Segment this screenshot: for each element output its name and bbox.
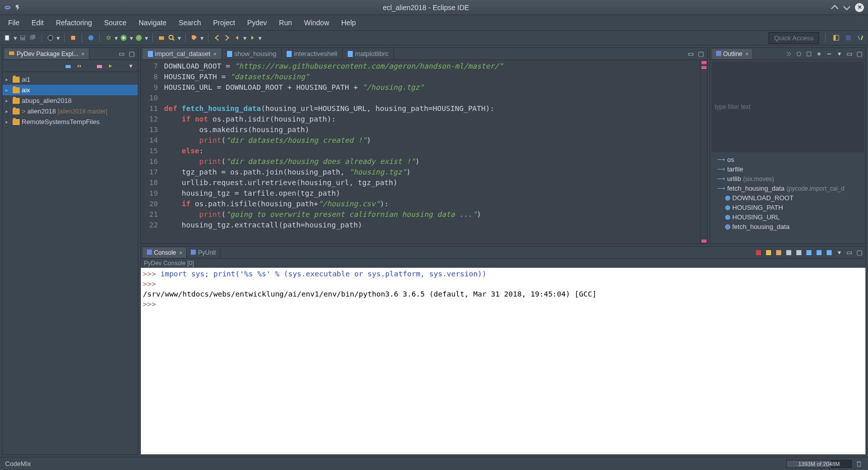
save-button[interactable] [18,33,27,42]
project-item[interactable]: ▸abups_alien2018 [3,95,138,106]
project-item[interactable]: ▸aix [3,85,138,95]
expand-toggle-icon[interactable]: ▸ [6,77,11,82]
menu-navigate[interactable]: Navigate [135,16,171,29]
tag-button[interactable] [190,33,199,42]
terminate-button[interactable] [754,249,763,257]
code-line[interactable]: DOWNLOAD_ROOT = "https://raw.githubuserc… [162,61,700,72]
menu-project[interactable]: Project [209,16,239,29]
code-line[interactable]: if os.path.isfile(housing_path+"/housing… [162,199,700,209]
code-line[interactable]: housing_tgz = tarfile.open(tgz_path) [162,188,700,199]
project-tree[interactable]: ▸ai1▸aix▸abups_alien2018▸> alien2018 [al… [3,72,138,454]
maximize-button[interactable] [843,4,851,12]
console-dropdown[interactable]: ▾ [835,249,843,257]
outline-item[interactable]: ⟶tarfile [710,164,865,174]
hide-nonpublic-icon[interactable] [815,50,823,58]
editor-body[interactable]: 78910111213141516171819202122 DOWNLOAD_R… [141,60,707,244]
menu-window[interactable]: Window [300,16,333,29]
new-dropdown[interactable]: ▾ [13,34,17,42]
code-line[interactable]: if not os.path.isdir(housing_path): [162,114,700,125]
code-line[interactable]: HOUSING_URL = DOWNLOAD_ROOT + HOUSING_PA… [162,82,700,93]
run-button[interactable] [119,33,128,42]
menu-source[interactable]: Source [100,16,130,29]
minimize-panel-icon[interactable]: ▭ [687,50,695,58]
outline-item[interactable]: ⟶fetch_housing_data (pycode.import_cal_d [710,184,865,193]
console-tab[interactable]: PyUnit [187,248,220,258]
minimize-panel-icon[interactable]: ▭ [118,50,126,58]
remove-all-button[interactable] [775,249,783,257]
open-perspective-button[interactable] [832,33,841,42]
scroll-lock-button[interactable] [795,249,803,257]
package-explorer-tab[interactable]: PyDev Package Expl... × [5,48,89,59]
skip-breakpoints-button[interactable] [86,33,95,42]
code-line[interactable]: HOUSING_PATH = "datasets/housing" [162,72,700,82]
gc-button[interactable] [855,460,863,468]
code-line[interactable]: urllib.request.urlretrieve(housing_url, … [162,178,700,188]
overview-ruler[interactable] [700,60,707,244]
menu-run[interactable]: Run [275,16,296,29]
code-line[interactable] [162,93,700,103]
outline-item[interactable]: fetch_housing_data [710,222,865,231]
outline-filter-input[interactable] [712,62,864,152]
save-all-button[interactable] [28,33,37,42]
menu-pydev[interactable]: Pydev [243,16,271,29]
menu-search[interactable]: Search [175,16,205,29]
close-button[interactable]: ✕ [855,3,864,12]
outline-item[interactable]: ⟶os [710,155,865,164]
hide-local-icon[interactable] [825,50,833,58]
minimize-panel-icon[interactable]: ▭ [845,50,853,58]
outline-item[interactable]: DOWNLOAD_ROOT [710,193,865,203]
project-item[interactable]: ▸> alien2018 [alien2018 master] [3,106,138,116]
back-button[interactable] [233,33,242,42]
java-perspective-button[interactable] [844,33,853,42]
perspective-button[interactable] [46,33,55,42]
expand-toggle-icon[interactable]: ▸ [6,119,11,125]
expand-toggle-icon[interactable]: ▸ [6,87,11,93]
menu-edit[interactable]: Edit [28,16,48,29]
menu-file[interactable]: File [4,16,24,29]
clear-console-button[interactable] [785,249,793,257]
pin-icon[interactable] [14,4,21,11]
hide-static-icon[interactable] [805,50,813,58]
prev-edit-button[interactable] [212,33,222,42]
close-tab-icon[interactable]: × [81,51,84,57]
debug-button[interactable] [104,33,113,42]
maximize-panel-icon[interactable]: ▢ [855,249,863,257]
code-line[interactable]: tgz_path = os.path.join(housing_path, "h… [162,167,700,178]
overview-mark[interactable] [701,66,707,69]
outline-tab[interactable]: Outline × [712,49,753,59]
search-button[interactable] [167,33,176,42]
menu-help[interactable]: Help [337,16,360,29]
editor-tab[interactable]: interactiveshell [282,48,343,59]
outline-item[interactable]: HOUSING_PATH [710,203,865,212]
forward-button[interactable] [248,33,257,42]
maximize-panel-icon[interactable]: ▢ [128,50,136,58]
minimize-panel-icon[interactable]: ▭ [845,249,853,257]
editor-tab[interactable]: show_housing [222,48,282,59]
code-line[interactable]: print("going to overwrite present califo… [162,209,700,220]
view-menu-icon[interactable]: ▾ [127,62,135,70]
coverage-button[interactable] [134,33,143,42]
pin-console-button[interactable] [805,249,813,257]
maximize-panel-icon[interactable]: ▢ [855,50,863,58]
heap-status[interactable]: 1393M of 2048M [786,460,852,468]
console-output[interactable]: >>> import sys; print('%s %s' % (sys.exe… [141,268,865,454]
quick-access-field[interactable]: Quick Access [769,32,819,44]
expand-toggle-icon[interactable]: ▸ [6,108,11,114]
outline-tree[interactable]: ⟶os⟶tarfile⟶urllib (six.moves)⟶fetch_hou… [710,154,865,244]
toggle-button[interactable] [69,33,78,42]
code-line[interactable]: housing_tgz.extractall(path=housing_path… [162,220,700,230]
code-area[interactable]: DOWNLOAD_ROOT = "https://raw.githubuserc… [162,60,700,244]
menu-refactoring[interactable]: Refactoring [52,16,96,29]
link-editor-icon[interactable] [75,62,83,70]
next-edit-button[interactable] [223,33,232,42]
close-tab-icon[interactable]: × [179,250,182,256]
code-line[interactable]: else: [162,146,700,156]
code-line[interactable]: print("dir datasets/housing created !") [162,135,700,146]
remove-launch-button[interactable] [765,249,773,257]
open-console-button[interactable] [825,249,833,257]
editor-tab[interactable]: import_cal_dataset× [143,48,222,59]
hide-fields-icon[interactable] [795,50,803,58]
close-tab-icon[interactable]: × [745,51,748,57]
code-line[interactable]: os.makedirs(housing_path) [162,125,700,135]
project-item[interactable]: ▸ai1 [3,74,138,85]
